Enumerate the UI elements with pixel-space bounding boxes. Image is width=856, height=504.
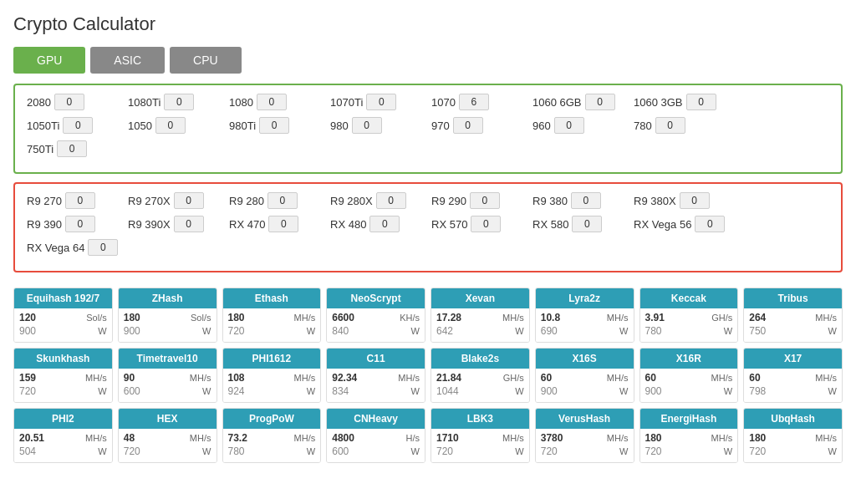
- gpu-input[interactable]: [686, 94, 716, 110]
- algo-hashrate-row: 17.28 MH/s: [436, 312, 524, 323]
- algo-hashrate-value: 3780: [541, 432, 563, 444]
- algo-power-unit: W: [828, 386, 837, 396]
- gpu-input[interactable]: [680, 192, 710, 209]
- nvidia-gpu-item: 1070Ti: [330, 94, 426, 110]
- gpu-input[interactable]: [585, 94, 615, 110]
- gpu-input[interactable]: [174, 216, 204, 232]
- algo-header: X17: [744, 349, 842, 369]
- gpu-input[interactable]: [174, 192, 204, 209]
- gpu-label: 1050: [128, 120, 152, 132]
- gpu-input[interactable]: [459, 94, 489, 110]
- gpu-input[interactable]: [54, 94, 84, 110]
- algo-hashrate-unit: MH/s: [85, 433, 107, 443]
- gpu-input[interactable]: [65, 216, 95, 232]
- algo-hashrate-value: 180: [749, 432, 766, 444]
- nvidia-gpu-item: 1050: [128, 117, 224, 134]
- gpu-input[interactable]: [268, 192, 298, 209]
- gpu-input[interactable]: [65, 192, 95, 209]
- tab-asic[interactable]: ASIC: [90, 47, 165, 74]
- algo-body: 3780 MH/s 720 W: [536, 429, 634, 462]
- algo-body: 6600 KH/s 840 W: [327, 308, 425, 342]
- gpu-label: R9 280X: [330, 195, 373, 207]
- algo-body: 92.34 MH/s 834 W: [327, 369, 425, 402]
- gpu-input[interactable]: [155, 117, 186, 134]
- algo-power-value: 720: [228, 325, 245, 337]
- algo-card-equihash-192/7: Equihash 192/7 120 Sol/s 900 W: [13, 288, 113, 343]
- gpu-input[interactable]: [268, 216, 298, 232]
- gpu-input[interactable]: [571, 192, 601, 209]
- gpu-input[interactable]: [88, 239, 118, 256]
- algo-power-row: 600 W: [332, 445, 420, 457]
- algo-power-value: 834: [332, 385, 349, 397]
- algo-header: Skunkhash: [14, 349, 112, 369]
- gpu-input[interactable]: [695, 216, 725, 232]
- algo-body: 108 MH/s 924 W: [223, 369, 321, 402]
- algo-power-row: 720 W: [541, 445, 629, 457]
- algo-body: 180 MH/s 720 W: [640, 429, 738, 462]
- gpu-label: R9 280: [229, 195, 264, 207]
- gpu-label: 1060 3GB: [634, 96, 683, 109]
- gpu-input[interactable]: [471, 216, 501, 232]
- algo-power-row: 720 W: [19, 385, 107, 397]
- algo-power-unit: W: [828, 326, 837, 336]
- algo-hashrate-unit: MH/s: [711, 373, 733, 383]
- algo-hashrate-row: 180 MH/s: [228, 312, 316, 323]
- algo-hashrate-value: 180: [228, 312, 245, 323]
- gpu-input[interactable]: [164, 94, 194, 110]
- gpu-label: 1070Ti: [330, 96, 363, 109]
- nvidia-gpu-section: 2080 1080Ti 1080 1070Ti 1070 1060 6GB 10…: [13, 84, 843, 174]
- algo-header: Lyra2z: [536, 288, 634, 308]
- algo-power-row: 924 W: [228, 385, 316, 397]
- algo-hashrate-value: 20.51: [19, 432, 44, 444]
- amd-gpu-item: R9 290: [431, 192, 527, 209]
- gpu-input[interactable]: [369, 216, 400, 232]
- algo-header: Blake2s: [431, 349, 529, 369]
- algo-hashrate-value: 90: [124, 372, 135, 384]
- gpu-input[interactable]: [376, 192, 406, 209]
- nvidia-gpu-item: 1050Ti: [27, 117, 123, 134]
- algo-hashrate-unit: MH/s: [815, 373, 837, 383]
- algo-body: 73.2 MH/s 780 W: [223, 429, 321, 462]
- algo-hashrate-row: 1710 MH/s: [436, 432, 524, 444]
- gpu-label: 2080: [27, 96, 51, 109]
- gpu-input[interactable]: [554, 117, 584, 134]
- gpu-label: R9 290: [431, 195, 466, 207]
- algo-hashrate-value: 264: [749, 312, 766, 323]
- algo-header: X16R: [640, 349, 738, 369]
- algo-header: Xevan: [431, 288, 529, 308]
- algo-card-phi2: PHI2 20.51 MH/s 504 W: [13, 408, 113, 463]
- algo-hashrate-row: 4800 H/s: [332, 432, 420, 444]
- tab-cpu[interactable]: CPU: [170, 47, 242, 74]
- algo-power-value: 798: [749, 385, 766, 397]
- algo-header: CNHeavy: [327, 409, 425, 429]
- gpu-input[interactable]: [257, 94, 287, 110]
- tab-bar: GPU ASIC CPU: [13, 47, 843, 74]
- algo-card-lbk3: LBK3 1710 MH/s 720 W: [431, 408, 530, 463]
- algo-card-skunkhash: Skunkhash 159 MH/s 720 W: [13, 348, 113, 403]
- tab-gpu[interactable]: GPU: [13, 47, 85, 74]
- gpu-input[interactable]: [453, 117, 483, 134]
- algo-power-unit: W: [515, 386, 523, 396]
- gpu-input[interactable]: [63, 117, 93, 134]
- algo-power-unit: W: [724, 446, 732, 456]
- gpu-input[interactable]: [655, 117, 685, 134]
- algo-power-unit: W: [411, 446, 420, 456]
- algo-power-row: 780 W: [645, 325, 733, 337]
- algo-hashrate-row: 120 Sol/s: [19, 312, 107, 323]
- gpu-input[interactable]: [259, 117, 289, 134]
- gpu-input[interactable]: [352, 117, 382, 134]
- gpu-input[interactable]: [57, 140, 87, 157]
- gpu-input[interactable]: [366, 94, 396, 110]
- algo-body: 1710 MH/s 720 W: [431, 429, 529, 462]
- algo-hashrate-value: 180: [645, 432, 662, 444]
- algo-hashrate-value: 21.84: [436, 372, 461, 384]
- algo-header: Ethash: [223, 288, 321, 308]
- gpu-label: 1080: [229, 96, 253, 109]
- algo-power-row: 900 W: [541, 385, 629, 397]
- algo-power-row: 780 W: [228, 445, 316, 457]
- gpu-input[interactable]: [470, 192, 500, 209]
- gpu-input[interactable]: [572, 216, 602, 232]
- amd-gpu-item: RX Vega 56: [634, 216, 730, 232]
- algo-power-unit: W: [619, 386, 628, 396]
- gpu-label: 980: [330, 120, 349, 132]
